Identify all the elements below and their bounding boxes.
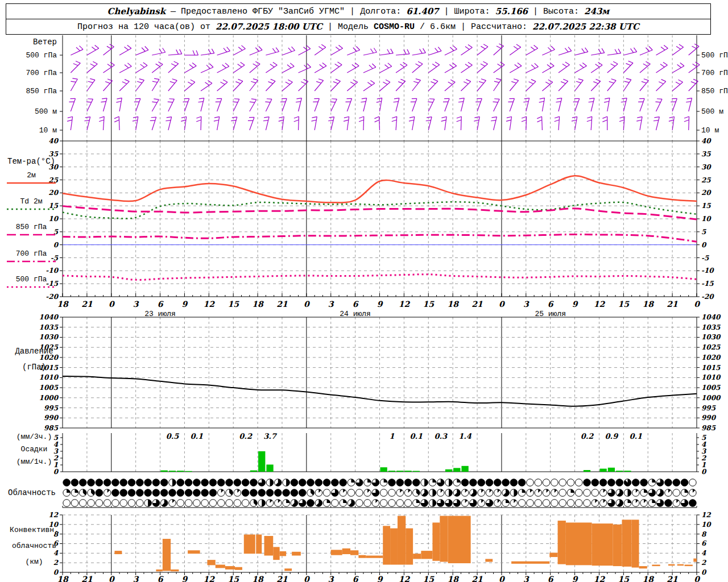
precip-bar	[250, 471, 257, 472]
wind-barb	[591, 53, 605, 55]
cloud-symbol	[380, 489, 387, 497]
wind-barb-feather	[76, 61, 80, 63]
wind-level-label-left: 500 м	[35, 107, 57, 116]
wind-barb-feather	[68, 117, 73, 118]
temp-panel-title: Тем-ра(°C)	[7, 157, 55, 166]
precip-ytick-right: 0	[701, 468, 707, 476]
cloud-symbol-fill	[522, 489, 526, 493]
convective-cloud-bar	[235, 567, 242, 570]
wind-barb-feather	[458, 102, 464, 102]
cloud-symbol-fill	[88, 479, 95, 487]
wind-barb-feather	[696, 62, 700, 65]
altitude-label: Высота:	[543, 7, 579, 16]
temp-ytick-left: -15	[46, 280, 58, 288]
hour-label: 6	[548, 300, 554, 309]
wind-barb	[282, 66, 294, 73]
cloud-symbol-fill	[266, 489, 274, 497]
wind-barb-feather	[114, 120, 119, 122]
wind-barb	[266, 117, 269, 130]
wind-barb-feather	[547, 64, 551, 68]
wind-barb-feather	[459, 98, 464, 99]
wind-barb	[494, 65, 504, 73]
convective-cloud-bar	[207, 560, 215, 565]
wind-barb-feather	[125, 47, 129, 50]
cloud-symbol	[559, 500, 566, 507]
bottom-hour-label: 0	[499, 575, 505, 582]
legend-label-850 гПа: 850 гПа	[16, 223, 47, 231]
wind-barb	[266, 99, 272, 111]
bottom-hour-label: 18	[252, 575, 264, 582]
bottom-hour-label: 15	[228, 575, 239, 582]
wind-barb-feather	[253, 64, 258, 66]
wind-barb-feather	[687, 98, 692, 99]
wind-barb-feather	[524, 98, 530, 99]
wind-barb-feather	[90, 64, 95, 66]
wind-barb-feather	[613, 61, 618, 64]
cloud-symbol-fill	[250, 479, 258, 487]
wind-barb-feather	[680, 63, 684, 66]
wind-barb-feather	[441, 120, 446, 121]
conv-ytick-right: 4	[701, 549, 706, 557]
cloud-symbol	[355, 500, 363, 507]
wind-barb	[461, 117, 461, 130]
cloud-symbol-fill	[327, 500, 330, 503]
wind-barb-feather	[693, 79, 698, 81]
wind-barb-feather	[540, 98, 545, 99]
wind-barb	[152, 52, 165, 55]
wind-barb	[396, 117, 397, 130]
wind-barb	[428, 117, 432, 130]
cloud-symbol-fill	[193, 479, 201, 487]
wind-barb	[201, 98, 204, 111]
wind-barb-feather	[140, 64, 144, 67]
bottom-hour-label: 0	[109, 575, 115, 582]
pressure-ytick-left: 1000	[39, 394, 59, 402]
wind-level-label-right: 500 гПа	[701, 51, 728, 60]
wind-barb	[656, 48, 668, 55]
convective-cloud-bar	[366, 556, 383, 558]
wind-barb-feather	[391, 49, 393, 53]
cloud-symbol-fill	[307, 479, 315, 487]
bottom-hour-label: 21	[667, 575, 678, 582]
precip-bar	[624, 471, 631, 472]
cloud-symbol	[242, 500, 249, 507]
convective-cloud-bar	[156, 569, 162, 571]
wind-level-label-left: 700 гПа	[26, 69, 57, 77]
hour-label: 0	[694, 300, 700, 309]
wind-barb-feather	[255, 48, 259, 52]
wind-barb	[71, 79, 77, 91]
wind-barb-feather	[433, 79, 438, 81]
wind-barb-feather	[122, 82, 127, 84]
wind-barb-feather	[294, 120, 299, 122]
wind-barb	[315, 98, 319, 111]
cloud-symbol	[71, 500, 78, 507]
precip-bar	[161, 471, 168, 472]
wind-barb-feather	[85, 117, 90, 118]
bottom-hour-label: 9	[572, 575, 578, 582]
wind-barb	[233, 49, 245, 55]
wind-barb-feather	[316, 81, 321, 83]
wind-barb	[428, 99, 435, 111]
convective-cloud-bar	[280, 551, 286, 556]
convective-cloud-bar	[558, 521, 566, 564]
wind-barb-feather	[292, 47, 295, 51]
cloud-symbol-fill	[120, 479, 127, 487]
cloud-symbol-fill	[193, 489, 201, 497]
wind-barb-feather	[643, 64, 648, 66]
wind-barb	[363, 84, 375, 91]
temp-series-850 гПа	[63, 206, 697, 219]
cloud-symbol-fill	[286, 500, 289, 503]
wind-barb	[331, 99, 337, 111]
wind-barb-feather	[686, 102, 691, 102]
wind-barb	[152, 80, 159, 91]
wind-barb	[672, 117, 674, 130]
wind-barb-feather	[208, 81, 212, 84]
convective-cloud-bar	[284, 568, 292, 571]
wind-barb	[201, 67, 213, 73]
wind-barb-feather	[624, 81, 630, 82]
cloud-symbol	[527, 479, 534, 487]
wind-barb-feather	[615, 49, 617, 54]
wind-barb-feather	[272, 48, 275, 52]
wind-barb-feather	[563, 79, 568, 81]
wind-barb	[87, 99, 93, 111]
wind-barb	[672, 47, 683, 55]
